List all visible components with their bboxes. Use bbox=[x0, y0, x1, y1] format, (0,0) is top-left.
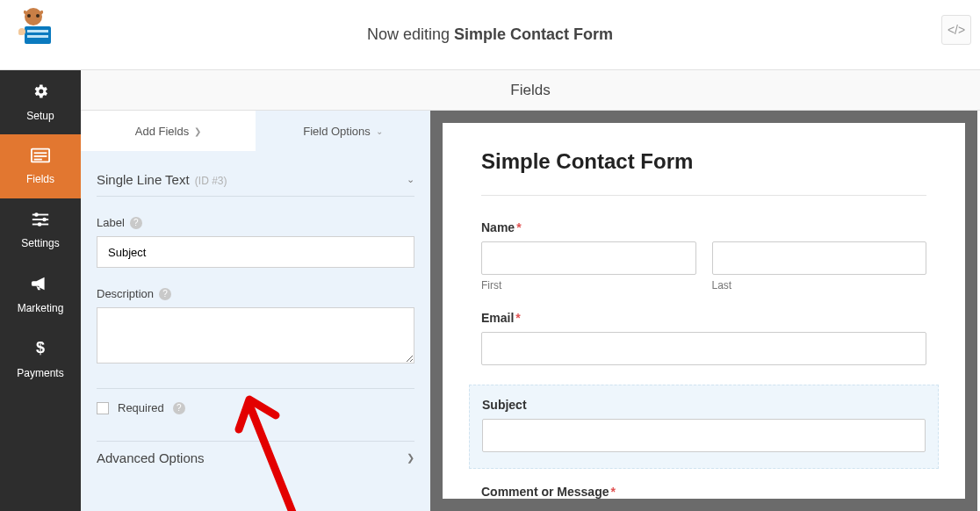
advanced-options-row[interactable]: Advanced Options ❯ bbox=[97, 441, 414, 478]
preview-field-message: Comment or Message* bbox=[481, 485, 926, 499]
email-input[interactable] bbox=[481, 332, 926, 365]
first-name-input[interactable] bbox=[481, 241, 696, 275]
embed-button[interactable]: </> bbox=[941, 15, 971, 45]
tab-add-fields[interactable]: Add Fields ❯ bbox=[81, 111, 256, 151]
sidebar-item-payments[interactable]: $ Payments bbox=[0, 327, 81, 391]
preview-field-email: Email* bbox=[481, 311, 926, 365]
last-name-input[interactable] bbox=[712, 241, 927, 275]
top-header: Now editing Simple Contact Form </> bbox=[0, 0, 980, 70]
required-asterisk: * bbox=[515, 311, 520, 325]
svg-rect-7 bbox=[18, 30, 22, 35]
section-title-strip: Fields bbox=[81, 70, 980, 111]
wpforms-logo[interactable] bbox=[12, 5, 54, 47]
sidebar-item-setup[interactable]: Setup bbox=[0, 70, 81, 134]
left-panel: Add Fields ❯ Field Options ⌄ Single Line… bbox=[81, 111, 430, 511]
panel-tabs: Add Fields ❯ Field Options ⌄ bbox=[81, 111, 430, 151]
field-type-name: Single Line Text bbox=[97, 172, 190, 187]
tab-label: Add Fields bbox=[135, 125, 189, 138]
required-asterisk: * bbox=[610, 485, 615, 499]
svg-text:$: $ bbox=[36, 339, 45, 356]
tab-label: Field Options bbox=[303, 125, 371, 138]
svg-rect-9 bbox=[34, 152, 47, 154]
svg-point-13 bbox=[34, 212, 39, 217]
field-id: (ID #3) bbox=[195, 175, 227, 187]
bullhorn-icon bbox=[31, 275, 50, 297]
pv-subject-label: Subject bbox=[482, 398, 527, 412]
field-label-label: Label bbox=[97, 216, 125, 229]
svg-rect-11 bbox=[34, 159, 42, 161]
preview-wrap: Simple Contact Form Name* First Last Ema… bbox=[430, 111, 977, 511]
gear-icon bbox=[32, 83, 49, 104]
svg-point-17 bbox=[38, 222, 42, 227]
sidebar-item-settings[interactable]: Settings bbox=[0, 198, 81, 263]
editing-prefix: Now editing bbox=[367, 25, 450, 43]
svg-point-1 bbox=[27, 14, 31, 18]
svg-point-2 bbox=[36, 14, 40, 18]
pv-name-label: Name bbox=[481, 220, 515, 234]
chevron-down-icon: ⌄ bbox=[376, 126, 383, 136]
chevron-right-icon: ❯ bbox=[194, 126, 201, 136]
svg-point-0 bbox=[25, 8, 42, 25]
field-group-header[interactable]: Single Line Text (ID #3) ⌄ bbox=[97, 172, 414, 197]
sidebar-item-fields[interactable]: Fields bbox=[0, 134, 81, 198]
sublabel-first: First bbox=[481, 279, 696, 291]
subject-input[interactable] bbox=[482, 419, 926, 452]
tab-field-options[interactable]: Field Options ⌄ bbox=[256, 111, 430, 151]
sidebar-label: Fields bbox=[26, 173, 54, 185]
field-desc-label: Description bbox=[97, 287, 154, 300]
sidebar-item-marketing[interactable]: Marketing bbox=[0, 263, 81, 327]
required-label: Required bbox=[118, 401, 164, 414]
sidebar-label: Payments bbox=[17, 367, 63, 379]
section-title: Fields bbox=[510, 82, 550, 99]
chevron-down-icon: ⌄ bbox=[407, 174, 414, 185]
form-title: Simple Contact Form bbox=[481, 149, 926, 196]
svg-rect-5 bbox=[27, 35, 48, 38]
code-icon: </> bbox=[948, 23, 965, 37]
pv-email-label: Email bbox=[481, 311, 514, 325]
required-row: Required ? bbox=[97, 388, 414, 425]
sidebar-label: Marketing bbox=[18, 302, 64, 314]
sidebar-label: Setup bbox=[26, 110, 54, 122]
label-input[interactable] bbox=[97, 236, 414, 268]
sidebar-label: Settings bbox=[21, 237, 59, 249]
svg-rect-4 bbox=[27, 30, 48, 32]
sliders-icon bbox=[31, 212, 50, 232]
form-icon bbox=[31, 148, 50, 168]
editing-form-name: Simple Contact Form bbox=[454, 25, 613, 43]
svg-point-15 bbox=[42, 218, 47, 222]
sublabel-last: Last bbox=[712, 279, 927, 291]
svg-rect-10 bbox=[34, 155, 47, 157]
dollar-icon: $ bbox=[34, 338, 47, 362]
advanced-label: Advanced Options bbox=[97, 450, 205, 465]
help-icon[interactable]: ? bbox=[130, 217, 142, 229]
description-textarea[interactable] bbox=[97, 307, 414, 363]
help-icon[interactable]: ? bbox=[159, 288, 171, 300]
required-asterisk: * bbox=[516, 220, 521, 234]
pv-message-label: Comment or Message bbox=[481, 485, 609, 499]
form-preview[interactable]: Simple Contact Form Name* First Last Ema… bbox=[443, 123, 965, 499]
help-icon[interactable]: ? bbox=[173, 402, 185, 414]
main-sidebar: Setup Fields Settings Marketing $ Paymen… bbox=[0, 70, 81, 511]
preview-field-name: Name* First Last bbox=[481, 220, 926, 291]
required-checkbox[interactable] bbox=[97, 402, 109, 414]
editing-title: Now editing Simple Contact Form bbox=[367, 25, 613, 44]
chevron-right-icon: ❯ bbox=[407, 452, 414, 464]
preview-field-subject-selected: Subject bbox=[469, 385, 939, 469]
